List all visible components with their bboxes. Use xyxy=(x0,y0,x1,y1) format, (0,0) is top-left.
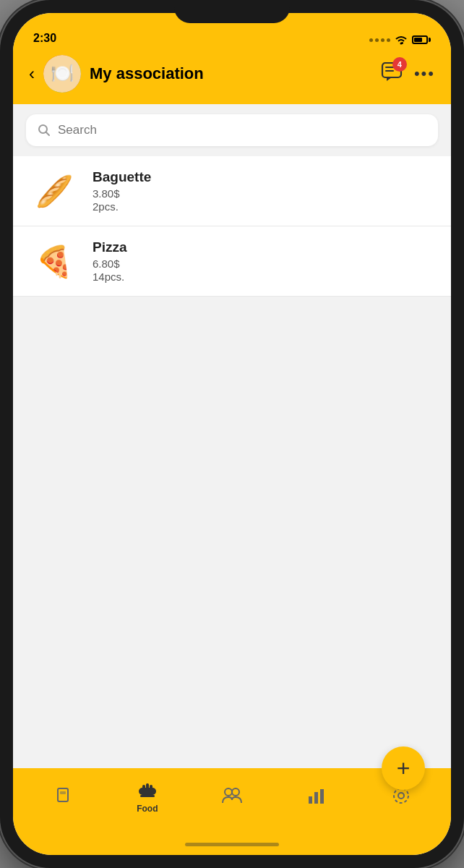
back-button[interactable]: ‹ xyxy=(29,64,35,84)
page-title: My association xyxy=(90,64,204,83)
product-image-pizza: 🍕 xyxy=(29,243,80,279)
svg-rect-13 xyxy=(150,785,152,789)
notch xyxy=(174,0,290,23)
product-price: 3.80$ xyxy=(93,187,435,200)
svg-point-20 xyxy=(398,793,404,799)
product-info-pizza: Pizza 6.80$ 14pcs. xyxy=(93,239,435,283)
svg-line-7 xyxy=(46,132,50,136)
product-list: 🥖 Baguette 3.80$ 2pcs. 🍕 Pizza 6.80$ 14p… xyxy=(13,156,451,297)
svg-text:🍽️: 🍽️ xyxy=(51,61,74,85)
product-name: Baguette xyxy=(93,169,435,185)
product-name: Pizza xyxy=(93,239,435,255)
svg-rect-8 xyxy=(58,788,68,801)
nav-item-users[interactable] xyxy=(189,787,274,807)
avatar-image: 🍽️ xyxy=(43,55,81,93)
svg-point-0 xyxy=(400,43,403,45)
product-price: 6.80$ xyxy=(93,258,435,270)
product-qty: 14pcs. xyxy=(93,271,435,283)
phone-frame: 2:30 xyxy=(0,0,464,868)
search-box xyxy=(26,114,438,146)
search-icon xyxy=(38,124,51,137)
svg-rect-12 xyxy=(146,783,149,789)
product-info-baguette: Baguette 3.80$ 2pcs. xyxy=(93,169,435,213)
svg-rect-19 xyxy=(320,789,324,804)
product-qty: 2pcs. xyxy=(93,200,435,213)
add-button[interactable]: + xyxy=(382,746,425,790)
nav-item-drinks[interactable] xyxy=(20,786,105,809)
svg-point-21 xyxy=(394,788,408,803)
notification-badge: 4 xyxy=(392,57,407,72)
status-time: 2:30 xyxy=(33,32,56,45)
users-icon xyxy=(221,787,243,804)
avatar: 🍽️ xyxy=(43,55,81,93)
status-icons xyxy=(369,35,431,45)
stats-icon xyxy=(307,786,326,805)
svg-rect-11 xyxy=(142,785,145,789)
svg-rect-18 xyxy=(314,792,318,804)
battery-icon xyxy=(412,35,431,44)
more-button[interactable]: ••• xyxy=(414,64,435,83)
nav-label-food: Food xyxy=(137,804,158,814)
svg-rect-9 xyxy=(60,791,66,794)
signal-icon xyxy=(369,38,390,42)
list-item[interactable]: 🍕 Pizza 6.80$ 14pcs. xyxy=(13,226,451,297)
header-left: ‹ 🍽️ My association xyxy=(29,55,204,93)
search-input[interactable] xyxy=(58,123,426,137)
search-container xyxy=(13,104,451,156)
svg-point-15 xyxy=(225,788,232,796)
header-right: 4 ••• xyxy=(381,61,435,87)
food-icon xyxy=(137,780,158,801)
nav-item-food[interactable]: Food xyxy=(105,780,189,814)
product-image-baguette: 🥖 xyxy=(29,173,80,209)
nav-item-stats[interactable] xyxy=(275,786,359,808)
list-item[interactable]: 🥖 Baguette 3.80$ 2pcs. xyxy=(13,156,451,226)
svg-rect-17 xyxy=(309,796,312,804)
home-indicator xyxy=(13,833,451,855)
header: ‹ 🍽️ My association xyxy=(13,49,451,104)
content-area: 🥖 Baguette 3.80$ 2pcs. 🍕 Pizza 6.80$ 14p… xyxy=(13,156,451,768)
phone-screen: 2:30 xyxy=(13,13,451,855)
wifi-icon xyxy=(395,35,408,45)
notification-button[interactable]: 4 xyxy=(381,61,403,87)
svg-rect-14 xyxy=(140,795,155,797)
home-bar xyxy=(185,843,279,846)
drinks-icon xyxy=(53,786,72,806)
svg-point-16 xyxy=(232,788,239,796)
